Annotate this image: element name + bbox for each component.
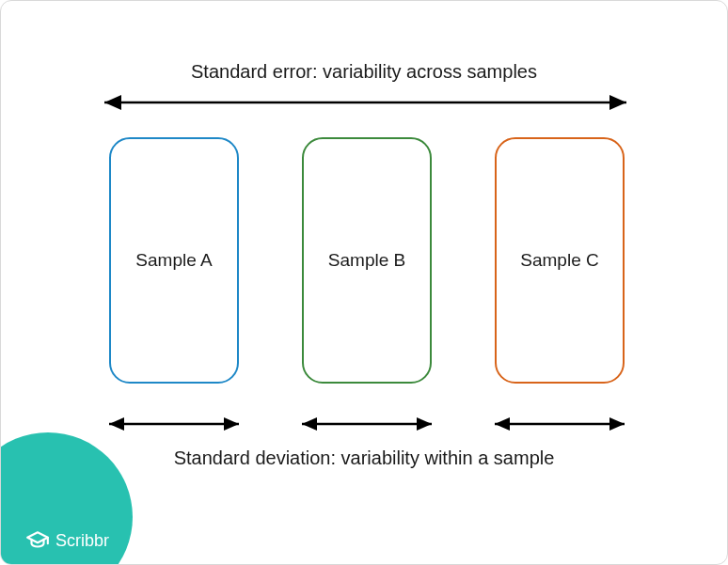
- svg-marker-2: [609, 95, 626, 110]
- sample-b-label: Sample B: [328, 250, 405, 271]
- sample-c-label: Sample C: [520, 250, 598, 271]
- sample-b-box: Sample B: [302, 137, 432, 384]
- svg-marker-10: [495, 417, 510, 431]
- svg-marker-4: [109, 417, 124, 431]
- brand-name: Scribbr: [55, 531, 109, 551]
- sample-c-box: Sample C: [495, 137, 625, 384]
- brand-logo: Scribbr: [25, 528, 109, 553]
- graduation-cap-icon: [25, 528, 50, 553]
- svg-marker-11: [609, 417, 625, 431]
- sample-a-label: Sample A: [135, 250, 212, 271]
- svg-marker-1: [104, 95, 121, 110]
- sample-a-box: Sample A: [109, 137, 239, 384]
- bottom-arrows: [1, 413, 728, 435]
- svg-marker-7: [302, 417, 317, 431]
- top-caption: Standard error: variability across sampl…: [1, 61, 727, 83]
- diagram-frame: Standard error: variability across sampl…: [0, 0, 728, 565]
- svg-marker-8: [417, 417, 432, 431]
- svg-marker-5: [224, 417, 239, 431]
- top-double-arrow: [1, 91, 728, 114]
